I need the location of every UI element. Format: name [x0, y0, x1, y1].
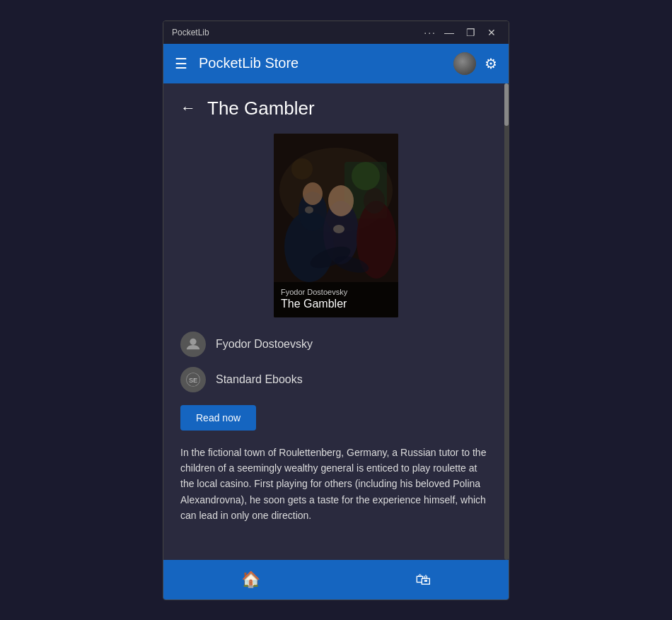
- author-name: Fyodor Dostoevsky: [216, 338, 313, 351]
- svg-point-16: [291, 158, 313, 180]
- minimize-button[interactable]: —: [441, 24, 458, 41]
- bag-icon: 🛍: [415, 571, 431, 589]
- scrollbar-thumb[interactable]: [504, 83, 509, 126]
- publisher-icon: SE: [180, 367, 206, 392]
- publisher-name: Standard Ebooks: [216, 373, 303, 386]
- home-nav-button[interactable]: 🏠: [213, 565, 289, 595]
- store-nav-button[interactable]: 🛍: [387, 565, 459, 595]
- book-description: In the fictional town of Roulettenberg, …: [180, 445, 492, 524]
- app-name: PocketLib: [172, 28, 209, 37]
- cover-title: The Gambler: [281, 298, 391, 310]
- author-row: Fyodor Dostoevsky: [180, 332, 492, 357]
- book-cover[interactable]: Fyodor Dostoevsky The Gambler: [274, 134, 398, 317]
- read-now-section: Read now: [180, 402, 492, 445]
- title-bar-dots: ···: [424, 27, 436, 38]
- back-button[interactable]: ←: [180, 100, 196, 116]
- read-now-button[interactable]: Read now: [180, 405, 256, 431]
- cover-author: Fyodor Dostoevsky: [281, 288, 391, 296]
- hamburger-icon[interactable]: ☰: [175, 55, 187, 72]
- header-icons: ⚙: [453, 52, 497, 75]
- book-detail: ← The Gambler: [163, 83, 509, 538]
- gear-icon[interactable]: ⚙: [485, 55, 497, 72]
- page-header: ← The Gambler: [180, 98, 492, 119]
- svg-point-15: [352, 162, 380, 190]
- author-icon: [180, 332, 206, 357]
- app-header-title: PocketLib Store: [199, 55, 442, 71]
- book-cover-container: Fyodor Dostoevsky The Gambler: [180, 134, 492, 317]
- maximize-button[interactable]: ❐: [462, 24, 479, 41]
- bottom-nav: 🏠 🛍: [163, 560, 509, 599]
- avatar[interactable]: [453, 52, 476, 75]
- publisher-row: SE Standard Ebooks: [180, 367, 492, 392]
- svg-text:SE: SE: [189, 376, 197, 383]
- home-icon: 🏠: [241, 571, 260, 589]
- close-button[interactable]: ✕: [483, 24, 500, 41]
- app-header: ☰ PocketLib Store ⚙: [163, 44, 509, 83]
- svg-point-17: [190, 338, 196, 344]
- scrollbar[interactable]: [504, 83, 509, 560]
- page-title: The Gambler: [207, 98, 315, 119]
- cover-overlay: Fyodor Dostoevsky The Gambler: [274, 282, 398, 317]
- title-bar: PocketLib ··· — ❐ ✕: [163, 21, 509, 44]
- main-content: ← The Gambler: [163, 83, 509, 560]
